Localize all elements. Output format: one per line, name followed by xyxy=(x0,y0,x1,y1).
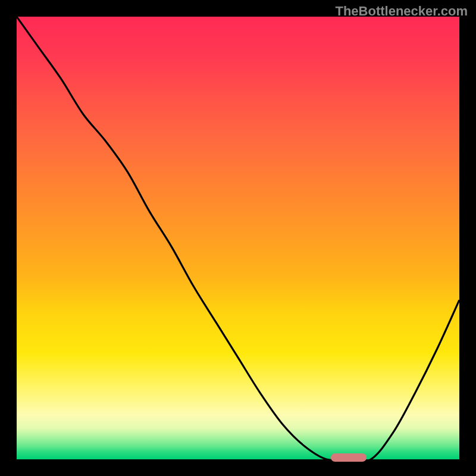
curve-svg xyxy=(17,17,459,459)
curve-path xyxy=(17,17,459,459)
plot-area xyxy=(17,17,459,459)
watermark-text: TheBottlenecker.com xyxy=(335,4,468,19)
optimum-marker xyxy=(331,453,367,462)
